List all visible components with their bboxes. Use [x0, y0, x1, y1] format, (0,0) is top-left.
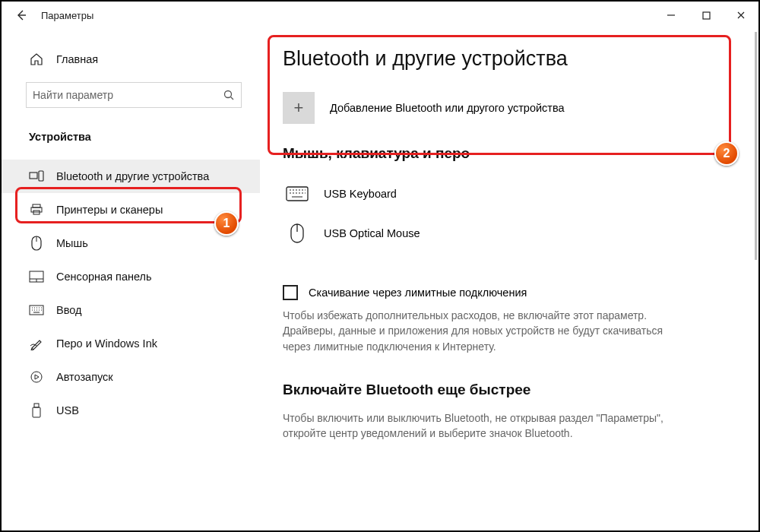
search-icon — [223, 89, 235, 101]
touchpad-icon — [29, 269, 44, 284]
sidebar-item-autoplay[interactable]: Автозапуск — [2, 360, 260, 394]
sidebar-item-label: Принтеры и сканеры — [56, 204, 163, 216]
sidebar-item-label: Автозапуск — [56, 371, 113, 383]
search-placeholder: Найти параметр — [33, 89, 223, 101]
keyboard-icon — [29, 302, 44, 318]
maximize-icon — [702, 11, 711, 20]
section-input-devices: Мышь, клавиатура и перо — [283, 145, 751, 162]
minimize-icon — [667, 11, 676, 20]
device-row-keyboard[interactable]: USB Keyboard — [283, 174, 751, 214]
svg-rect-0 — [703, 12, 710, 19]
svg-rect-14 — [34, 404, 39, 407]
sidebar: Главная Найти параметр Устройства Blueto… — [2, 29, 260, 530]
sidebar-home[interactable]: Главная — [2, 43, 260, 76]
svg-point-1 — [225, 91, 232, 98]
minimize-button[interactable] — [654, 4, 689, 27]
svg-rect-16 — [287, 187, 308, 201]
sidebar-item-printers[interactable]: Принтеры и сканеры — [2, 193, 260, 226]
metered-help-text: Чтобы избежать дополнительных расходов, … — [283, 308, 686, 354]
pen-icon — [29, 336, 44, 351]
sidebar-item-typing[interactable]: Ввод — [2, 293, 260, 327]
sidebar-item-mouse[interactable]: Мышь — [2, 226, 260, 260]
devices-icon — [29, 169, 44, 184]
device-row-mouse[interactable]: USB Optical Mouse — [283, 214, 751, 253]
plus-icon: + — [283, 92, 315, 124]
home-icon — [29, 52, 44, 67]
scrollbar-thumb[interactable] — [755, 32, 757, 260]
svg-rect-2 — [30, 173, 37, 179]
add-device-button[interactable]: + Добавление Bluetooth или другого устро… — [283, 92, 751, 124]
sidebar-item-usb[interactable]: USB — [2, 394, 260, 427]
close-icon — [736, 11, 746, 20]
svg-rect-4 — [33, 204, 40, 207]
svg-rect-15 — [33, 407, 40, 417]
sidebar-item-bluetooth[interactable]: Bluetooth и другие устройства — [2, 160, 260, 193]
device-name: USB Keyboard — [324, 188, 397, 200]
svg-point-13 — [31, 372, 42, 382]
sidebar-item-label: USB — [56, 404, 79, 416]
usb-icon — [29, 403, 44, 418]
window-title: Параметры — [41, 10, 93, 21]
device-name: USB Optical Mouse — [324, 227, 420, 239]
page-title: Bluetooth и другие устройства — [283, 47, 751, 71]
mouse-icon — [284, 226, 310, 241]
sidebar-item-label: Мышь — [56, 237, 88, 249]
content-pane: Bluetooth и другие устройства + Добавлен… — [260, 29, 758, 530]
add-device-label: Добавление Bluetooth или другого устройс… — [330, 102, 565, 114]
sidebar-section-label: Устройства — [2, 120, 260, 154]
maximize-button[interactable] — [689, 4, 724, 27]
svg-rect-5 — [31, 207, 42, 212]
section-fast-bluetooth: Включайте Bluetooth еще быстрее — [283, 382, 751, 398]
svg-rect-3 — [39, 171, 43, 181]
sidebar-item-touchpad[interactable]: Сенсорная панель — [2, 260, 260, 293]
back-button[interactable] — [2, 9, 41, 21]
titlebar: Параметры — [2, 2, 758, 29]
sidebar-item-label: Сенсорная панель — [56, 271, 152, 283]
printer-icon — [29, 202, 44, 217]
sidebar-item-label: Перо и Windows Ink — [56, 337, 157, 350]
close-button[interactable] — [724, 4, 758, 27]
fast-help-text: Чтобы включить или выключить Bluetooth, … — [283, 410, 686, 442]
sidebar-home-label: Главная — [56, 53, 98, 65]
sidebar-item-label: Ввод — [56, 304, 81, 316]
sidebar-item-label: Bluetooth и другие устройства — [56, 170, 209, 182]
metered-checkbox-row[interactable]: Скачивание через лимитные подключения — [283, 285, 751, 300]
autoplay-icon — [29, 369, 44, 385]
metered-checkbox-label: Скачивание через лимитные подключения — [309, 287, 527, 299]
mouse-icon — [29, 236, 44, 251]
checkbox-icon — [283, 285, 298, 300]
search-input[interactable]: Найти параметр — [26, 82, 242, 108]
sidebar-item-pen[interactable]: Перо и Windows Ink — [2, 327, 260, 360]
arrow-left-icon — [15, 9, 27, 21]
keyboard-icon — [284, 186, 310, 201]
